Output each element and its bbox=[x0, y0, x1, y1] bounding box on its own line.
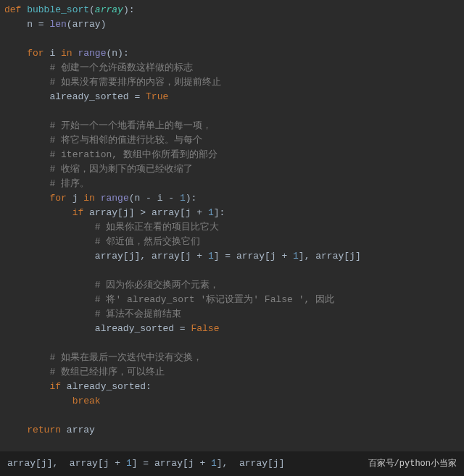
var-already-sorted: already_sorted bbox=[67, 381, 146, 392]
comma: , bbox=[140, 251, 152, 262]
var-array: array bbox=[72, 19, 101, 30]
num-1: 1 bbox=[293, 251, 299, 262]
code-line: # 将它与相邻的值进行比较。与每个 bbox=[4, 133, 464, 148]
comment: # 排序。 bbox=[49, 178, 89, 189]
comment: # 开始一个一个地看清单上的每一项， bbox=[49, 120, 212, 131]
keyword-for: for bbox=[49, 193, 72, 204]
bracket: [ bbox=[268, 458, 273, 469]
code-line: # 开始一个一个地看清单上的每一项， bbox=[4, 119, 464, 133]
op-plus: + bbox=[194, 458, 211, 469]
var-n: n bbox=[112, 48, 117, 59]
var-j: j bbox=[273, 458, 279, 469]
bracket: [ bbox=[344, 251, 349, 262]
comment: # 如果在最后一次迭代中没有交换， bbox=[49, 352, 202, 363]
op-eq: = bbox=[33, 19, 49, 30]
bracket: [ bbox=[180, 251, 186, 262]
comment: # 如果你正在看的项目比它大 bbox=[95, 222, 220, 233]
var-already-sorted: already_sorted bbox=[95, 323, 174, 334]
code-line: already_sorted = True bbox=[4, 90, 464, 104]
attribution: 百家号/python小当家 bbox=[368, 456, 457, 471]
keyword-return: return bbox=[27, 425, 67, 435]
paren: ): bbox=[123, 4, 135, 15]
var-array: array bbox=[239, 458, 268, 469]
code-line: # 邻近值，然后交换它们 bbox=[4, 235, 464, 249]
var-array: array bbox=[315, 251, 344, 262]
code-line: # 创建一个允许函数这样做的标志 bbox=[4, 61, 464, 75]
code-line: # 数组已经排序，可以终止 bbox=[4, 365, 464, 380]
var-array: array bbox=[154, 458, 183, 469]
code-line: already_sorted = False bbox=[4, 322, 464, 336]
paren: ): bbox=[186, 193, 197, 204]
num-1: 1 bbox=[126, 458, 132, 469]
builtin-len: len bbox=[49, 19, 66, 30]
comma: , bbox=[52, 458, 69, 469]
var-already-sorted: already_sorted bbox=[49, 91, 128, 102]
keyword-for: for bbox=[27, 48, 49, 59]
code-line: # 因为你必须交换两个元素， bbox=[4, 278, 464, 293]
var-j: j bbox=[186, 251, 191, 262]
var-j: j bbox=[123, 207, 129, 218]
code-line: # 如果在最后一次迭代中没有交换， bbox=[4, 351, 464, 365]
code-line: for i in range(n): bbox=[4, 46, 464, 61]
var-array: array bbox=[7, 458, 36, 469]
var-j: j bbox=[104, 458, 109, 469]
code-editor[interactable]: def bubble_sort(array): n = len(array) f… bbox=[0, 0, 464, 438]
bracket: ] bbox=[299, 251, 304, 262]
var-array: array bbox=[70, 458, 98, 469]
op-minus: - bbox=[140, 193, 157, 204]
blank-line bbox=[4, 264, 464, 278]
comment: # 将它与相邻的值进行比较。与每个 bbox=[49, 135, 202, 146]
paren: ) bbox=[101, 19, 107, 30]
bracket: [ bbox=[98, 458, 104, 469]
paren: ( bbox=[129, 193, 135, 204]
function-name: bubble_sort bbox=[27, 4, 89, 15]
code-line: return array bbox=[4, 423, 464, 438]
bracket: [ bbox=[180, 207, 186, 218]
keyword-def: def bbox=[4, 4, 27, 15]
var-i: i bbox=[157, 193, 163, 204]
var-array: array bbox=[95, 251, 123, 262]
blank-line bbox=[4, 104, 464, 119]
builtin-range: range bbox=[78, 48, 106, 59]
bracket: ] bbox=[132, 458, 138, 469]
op-plus: + bbox=[109, 458, 126, 469]
bracket: [ bbox=[117, 207, 123, 218]
comment: # 将' already_sort '标记设置为' False ', 因此 bbox=[95, 294, 334, 305]
comment: # iteration, 数组中你所看到的部分 bbox=[49, 149, 217, 160]
bracket: [ bbox=[123, 251, 129, 262]
op-eq: = bbox=[138, 458, 154, 469]
keyword-in: in bbox=[55, 48, 78, 59]
bottom-bar: array[j], array[j + 1] = array[j + 1], a… bbox=[0, 451, 464, 476]
comment: # 因为你必须交换两个元素， bbox=[95, 280, 220, 291]
bracket: [ bbox=[265, 251, 270, 262]
blank-line bbox=[4, 409, 464, 423]
bracket: ] bbox=[214, 251, 220, 262]
code-line: break bbox=[4, 394, 464, 409]
var-array: array bbox=[152, 251, 180, 262]
var-array: array bbox=[236, 251, 265, 262]
var-array: array bbox=[152, 207, 180, 218]
code-line: # iteration, 数组中你所看到的部分 bbox=[4, 148, 464, 162]
paren: ( bbox=[67, 19, 72, 30]
comment: # 数组已经排序，可以终止 bbox=[49, 367, 165, 377]
param-array: array bbox=[95, 4, 123, 15]
comment: # 创建一个允许函数这样做的标志 bbox=[49, 62, 193, 73]
bracket: ] bbox=[217, 458, 223, 469]
bottom-code: array[j], array[j + 1] = array[j + 1], a… bbox=[7, 456, 368, 471]
bracket: [ bbox=[36, 458, 41, 469]
comma: , bbox=[223, 458, 239, 469]
keyword-break: break bbox=[72, 396, 101, 406]
var-array: array bbox=[89, 207, 117, 218]
op-minus: - bbox=[163, 193, 180, 204]
code-line: def bubble_sort(array): bbox=[4, 3, 464, 17]
comment: # 邻近值，然后交换它们 bbox=[95, 236, 201, 247]
num-1: 1 bbox=[208, 251, 214, 262]
var-j: j bbox=[188, 458, 194, 469]
keyword-if: if bbox=[49, 381, 66, 392]
num-1: 1 bbox=[180, 193, 186, 204]
op-eq: = bbox=[220, 251, 236, 262]
code-line: array[j], array[j + 1] = array[j + 1], a… bbox=[4, 249, 464, 264]
var-n: n bbox=[27, 19, 33, 30]
op-eq: = bbox=[129, 91, 146, 102]
op-plus: + bbox=[276, 251, 293, 262]
